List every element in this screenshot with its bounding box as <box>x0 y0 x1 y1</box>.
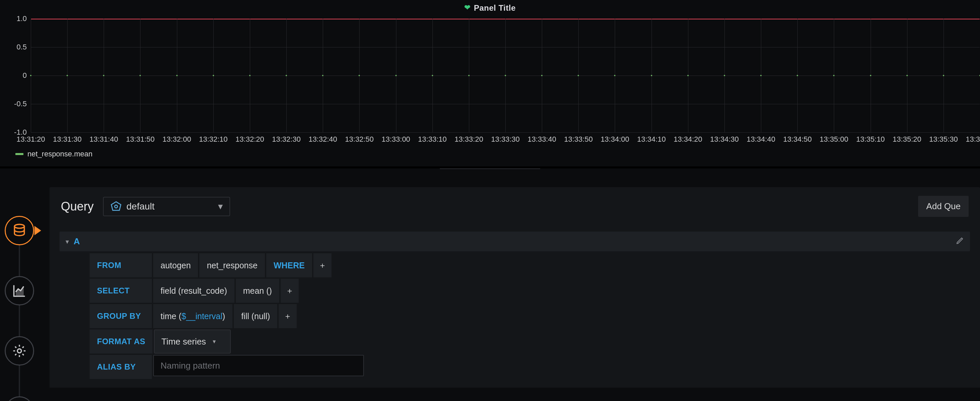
query-row-header[interactable]: ▾ A <box>59 231 970 251</box>
aliasby-input[interactable]: Naming pattern <box>153 355 364 376</box>
select-row: SELECT field (result_code) mean () ＋ <box>90 279 970 303</box>
from-policy-segment[interactable]: autogen <box>153 253 198 277</box>
query-heading: Query <box>61 200 94 214</box>
select-field-segment[interactable]: field (result_code) <box>153 279 234 303</box>
x-tick-label: 13:34:00 <box>601 135 630 144</box>
groupby-time-segment[interactable]: time ($__interval) <box>153 304 232 328</box>
x-tick-label: 13:34:50 <box>783 135 812 144</box>
chart-data-point <box>833 75 835 76</box>
chart-data-point <box>724 75 725 76</box>
x-tick-label: 13:31:30 <box>53 135 82 144</box>
chart-data-point <box>578 75 579 76</box>
formatas-value: Time series <box>161 336 206 347</box>
chart-data-point <box>358 75 360 76</box>
x-tick-label: 13:35:20 <box>893 135 921 144</box>
x-tick-label: 13:34:30 <box>710 135 739 144</box>
x-tick-label: 13:34:20 <box>674 135 702 144</box>
chart-data-point <box>468 75 469 76</box>
formatas-select[interactable]: Time series ▾ <box>154 330 231 353</box>
x-tick-label: 13:32:40 <box>309 135 337 144</box>
alerts-tab[interactable] <box>5 396 34 401</box>
x-tick-label: 13:33:50 <box>564 135 593 144</box>
query-header: Query default ▾ Add Que <box>49 187 980 225</box>
from-measurement-segment[interactable]: net_response <box>199 253 265 277</box>
select-add-button[interactable]: ＋ <box>281 279 299 303</box>
influxdb-icon <box>110 201 122 212</box>
svg-marker-2 <box>111 201 121 210</box>
datasource-name: default <box>126 201 154 212</box>
legend-series-label: net_response.mean <box>27 150 92 158</box>
x-tick-label: 13:31:40 <box>89 135 118 144</box>
x-tick-label: 13:33:20 <box>455 135 483 144</box>
x-tick-label: 13:33:10 <box>418 135 447 144</box>
chart-data-point <box>907 75 908 76</box>
x-tick-label: 13:34:10 <box>637 135 666 144</box>
chart-data-point <box>541 75 542 76</box>
heart-icon: ❤ <box>464 3 471 12</box>
query-builder: FROM autogen net_response WHERE ＋ SELECT… <box>90 253 970 379</box>
chart-data-point <box>67 75 68 76</box>
groupby-row: GROUP BY time ($__interval) fill (null) … <box>90 304 970 328</box>
section-gap <box>49 388 980 401</box>
x-tick-label: 13:35:30 <box>929 135 958 144</box>
chart-data-point <box>286 75 287 76</box>
aliasby-row: ALIAS BY Naming pattern <box>90 355 970 379</box>
editor-side-nav <box>5 216 34 401</box>
groupby-fill-segment[interactable]: fill (null) <box>234 304 277 328</box>
chart-panel: 1.00.50-0.5-1.0 13:31:2013:31:3013:31:40… <box>3 19 980 156</box>
x-tick-label: 13:32:30 <box>272 135 301 144</box>
legend-swatch <box>15 153 24 155</box>
where-add-button[interactable]: ＋ <box>313 253 331 277</box>
x-tick-label: 13:34:40 <box>746 135 775 144</box>
y-tick-label: -0.5 <box>3 100 27 108</box>
y-tick-label: 1.0 <box>3 14 27 23</box>
panel-title: Panel Title <box>474 3 516 13</box>
from-row: FROM autogen net_response WHERE ＋ <box>90 253 970 277</box>
y-tick-label: 0.5 <box>3 43 27 51</box>
query-editor-section: Query default ▾ Add Que ▾ A FROM autogen… <box>49 187 980 401</box>
chart-x-axis: 13:31:2013:31:3013:31:4013:31:5013:32:00… <box>31 135 980 147</box>
chart-data-point <box>140 75 141 76</box>
datasource-picker[interactable]: default ▾ <box>103 197 230 216</box>
chart-data-point <box>432 75 433 76</box>
where-keyword: WHERE <box>266 253 312 277</box>
chart-legend[interactable]: net_response.mean <box>15 150 92 158</box>
collapse-caret-icon[interactable]: ▾ <box>65 238 69 246</box>
chart-data-point <box>687 75 689 76</box>
chart-data-point <box>213 75 214 76</box>
toggle-text-mode-button[interactable] <box>956 236 964 247</box>
x-tick-label: 13:35:10 <box>856 135 885 144</box>
groupby-add-button[interactable]: ＋ <box>278 304 297 328</box>
general-tab[interactable] <box>5 336 34 366</box>
panel-separator <box>0 166 980 168</box>
svg-point-0 <box>14 224 24 228</box>
gear-icon <box>12 344 27 358</box>
add-query-button[interactable]: Add Que <box>918 196 969 217</box>
chevron-down-icon: ▾ <box>213 338 216 345</box>
x-tick-label: 13:31:50 <box>126 135 155 144</box>
chart-icon <box>12 284 27 298</box>
chart-data-point <box>651 75 652 76</box>
groupby-keyword: GROUP BY <box>90 304 152 328</box>
chart-data-point <box>103 75 104 76</box>
formatas-row: FORMAT AS Time series ▾ <box>90 330 970 353</box>
x-tick-label: 13:33:30 <box>491 135 520 144</box>
x-tick-label: 13:32:50 <box>345 135 374 144</box>
from-keyword: FROM <box>90 253 152 277</box>
panel-title-row[interactable]: ❤Panel Title <box>0 3 980 13</box>
pencil-icon <box>956 236 964 245</box>
visualization-tab[interactable] <box>5 276 34 306</box>
x-tick-label: 13:35:40 <box>966 135 980 144</box>
chart-data-point <box>797 75 798 76</box>
query-letter: A <box>73 236 80 247</box>
aliasby-keyword: ALIAS BY <box>90 355 152 379</box>
chart-data-point <box>176 75 178 76</box>
x-tick-label: 13:32:20 <box>235 135 264 144</box>
x-tick-label: 13:31:20 <box>16 135 45 144</box>
chart-plot-area[interactable] <box>31 19 980 132</box>
x-tick-label: 13:33:40 <box>527 135 556 144</box>
x-tick-label: 13:33:00 <box>382 135 410 144</box>
chart-data-point <box>614 75 616 76</box>
select-aggregation-segment[interactable]: mean () <box>236 279 279 303</box>
queries-tab[interactable] <box>5 216 34 245</box>
